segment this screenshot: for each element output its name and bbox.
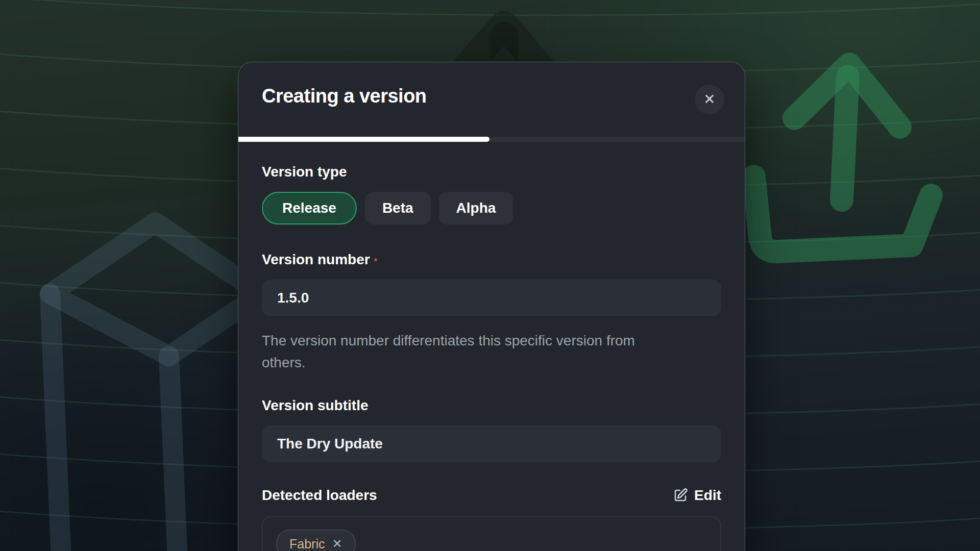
progress-bar-fill bbox=[238, 137, 489, 142]
version-type-beta[interactable]: Beta bbox=[365, 192, 431, 224]
version-number-label: Version number bbox=[262, 252, 370, 267]
modal-header: Creating a version ✕ bbox=[238, 62, 745, 137]
edit-pencil-square-icon bbox=[673, 488, 688, 503]
edit-loaders-button[interactable]: Edit bbox=[673, 487, 721, 504]
version-number-help: The version number differentiates this s… bbox=[262, 330, 721, 373]
version-number-input[interactable] bbox=[262, 280, 721, 316]
version-type-label: Version type bbox=[262, 163, 721, 181]
remove-loader-button[interactable]: ✕ bbox=[332, 538, 342, 550]
close-icon: ✕ bbox=[703, 91, 715, 107]
upload-arrow-icon bbox=[754, 64, 931, 252]
modal-title: Creating a version bbox=[262, 85, 721, 108]
version-type-options: Release Beta Alpha bbox=[262, 192, 721, 224]
modal-body: Version type Release Beta Alpha Version … bbox=[238, 142, 745, 551]
loader-chip-label: Fabric bbox=[289, 537, 325, 551]
close-button[interactable]: ✕ bbox=[695, 85, 724, 114]
version-type-alpha[interactable]: Alpha bbox=[439, 192, 513, 224]
detected-loaders-label: Detected loaders bbox=[262, 487, 377, 504]
required-asterisk: * bbox=[374, 257, 377, 266]
edit-label: Edit bbox=[694, 487, 721, 504]
page: Creating a version ✕ Version type Releas… bbox=[0, 0, 980, 551]
version-subtitle-input[interactable] bbox=[262, 425, 721, 462]
version-subtitle-label: Version subtitle bbox=[262, 397, 721, 414]
detected-loaders-box: Fabric ✕ bbox=[262, 516, 721, 551]
remove-icon: ✕ bbox=[332, 537, 342, 550]
create-version-modal: Creating a version ✕ Version type Releas… bbox=[238, 62, 745, 551]
loader-chip-fabric: Fabric ✕ bbox=[276, 530, 356, 551]
progress-bar-track bbox=[238, 137, 745, 142]
version-type-release[interactable]: Release bbox=[262, 192, 357, 224]
